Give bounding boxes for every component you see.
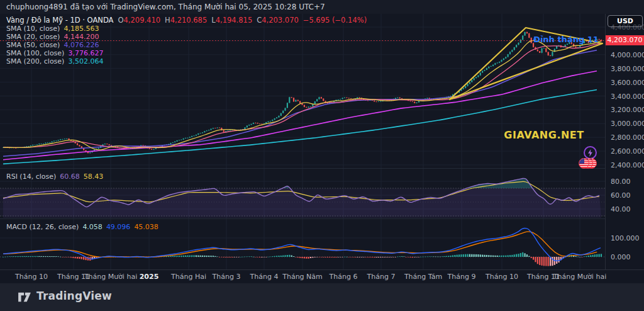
symbol-row[interactable]: Vàng / Đô la Mỹ - 1D · OANDAO4,209.410H4… (6, 16, 367, 25)
ohlc-value: 4,209.410 (124, 16, 161, 25)
ohlc-label: O (118, 16, 123, 25)
time-axis-label: Tháng 6 (330, 270, 358, 283)
sma-value: 3,776.627 (68, 49, 103, 57)
attribution-text: chuphuong4891 đã tạo với TradingView.com… (6, 3, 325, 11)
price-axis-label: 3,400.000 (611, 93, 644, 101)
sma-value: 3,502.064 (68, 57, 103, 65)
rsi-axis-label: 60.00 (611, 191, 631, 200)
rsi-legend[interactable]: RSI (14, close)60.6858.43 (6, 172, 107, 181)
price-axis-label: 4,000.000 (611, 51, 644, 59)
ohlc-value: 4,194.815 (216, 16, 253, 25)
macd-legend-title[interactable]: MACD (12, 26, close) (6, 223, 79, 231)
tradingview-chart-window: chuphuong4891 đã tạo với TradingView.com… (0, 0, 644, 311)
price-axis-label: 3,200.000 (611, 106, 644, 114)
flag-icon (579, 158, 589, 169)
rsi-axis-label: 80.00 (611, 178, 631, 186)
indicator-value: 60.68 (60, 172, 80, 181)
ohlc-value: 4,210.685 (170, 16, 208, 25)
time-axis-label: Tháng 10 (15, 270, 48, 283)
time-axis-label: Tháng Mười hai (84, 270, 137, 283)
time-axis[interactable]: Tháng 10Tháng 11Tháng Mười hai2025Tháng … (0, 269, 644, 283)
price-axis-label: 2,600.000 (611, 147, 644, 156)
macd-axis-label: 0.000 (611, 253, 631, 261)
macd-legend[interactable]: MACD (12, 26, close)4.05849.09645.038 (6, 223, 162, 231)
attribution-bar: chuphuong4891 đã tạo với TradingView.com… (0, 0, 644, 14)
sma-value: 4,144.200 (64, 33, 99, 41)
time-axis-label: Tháng Mười hai (553, 270, 606, 283)
sma-label: SMA (100, close) (6, 49, 64, 57)
time-axis-label: Tháng Hai (171, 270, 206, 283)
ohlc-values: O4,209.410H4,210.685L4,194.815C4,203.070 (113, 16, 298, 25)
sma-legend-row[interactable]: SMA (50, close)4,076.226 (6, 41, 367, 49)
rsi-legend-title[interactable]: RSI (14, close) (6, 172, 56, 181)
sma-value: 4,185.563 (64, 25, 99, 33)
price-axis-label: 3,600.000 (611, 79, 644, 87)
sma-label: SMA (10, close) (6, 25, 60, 33)
time-axis-label: Tháng Tám (404, 270, 442, 283)
sma-label: SMA (50, close) (6, 41, 60, 49)
time-axis-label: Tháng 10 (486, 270, 518, 283)
watermark: GIAVANG.NET (500, 129, 588, 141)
sma-value: 4,076.226 (64, 41, 99, 49)
change-value: −5.695 (−0.14%) (303, 16, 367, 25)
last-price-tag: 4,203.070 (606, 35, 644, 45)
macd-legend-values: 4.05849.09645.038 (82, 223, 162, 231)
indicator-value: 58.43 (84, 172, 104, 181)
sma-legend-row[interactable]: SMA (100, close)3,776.627 (6, 49, 367, 57)
symbol-title[interactable]: Vàng / Đô la Mỹ - 1D · OANDA (6, 16, 113, 25)
time-axis-label: Tháng 4 (250, 270, 279, 283)
time-axis-label: 2025 (140, 270, 159, 283)
ohlc-label: H (165, 16, 170, 25)
sma-legend-row[interactable]: SMA (10, close)4,185.563 (6, 25, 367, 33)
time-axis-label: Tháng 9 (448, 270, 476, 283)
rsi-axis-label: 40.00 (611, 205, 631, 213)
time-axis-label: Tháng 7 (367, 270, 396, 283)
footer-bar: TradingView (0, 283, 644, 311)
tradingview-logo-icon[interactable] (18, 291, 31, 303)
price-axis-label: 4,400.000 (611, 23, 644, 31)
sma-legend-row[interactable]: SMA (200, close)3,502.064 (6, 57, 367, 65)
footer-brand[interactable]: TradingView (36, 290, 112, 302)
sma-legend-rows[interactable]: SMA (10, close)4,185.563SMA (20, close)4… (6, 25, 367, 65)
price-axis-label: 3,800.000 (611, 65, 644, 73)
sma-label: SMA (200, close) (6, 57, 64, 65)
time-axis-label: Tháng Năm (282, 270, 323, 283)
sma-label: SMA (20, close) (6, 33, 60, 41)
rsi-legend-values: 60.6858.43 (60, 172, 107, 181)
price-axis-label: 2,400.000 (611, 161, 644, 169)
price-axis-label: 2,800.000 (611, 133, 644, 142)
main-legend[interactable]: Vàng / Đô la Mỹ - 1D · OANDAO4,209.410H4… (6, 16, 367, 65)
pane-divider-rsi[interactable] (0, 168, 644, 169)
sma-legend-row[interactable]: SMA (20, close)4,144.200 (6, 33, 367, 41)
lightning-badge[interactable] (584, 146, 597, 159)
lightning-icon (587, 149, 593, 157)
indicator-value: 4.058 (82, 223, 103, 231)
pattern-annotation-label[interactable]: Đỉnh tháng 11 (533, 35, 599, 44)
pane-divider-macd[interactable] (0, 218, 644, 219)
price-axis[interactable]: USD 4,400.0004,000.0003,800.0003,600.000… (605, 14, 644, 269)
flags-badge[interactable] (579, 158, 600, 169)
time-axis-label: Tháng 3 (213, 270, 241, 283)
macd-axis-label: 100.000 (611, 234, 640, 242)
ohlc-value: 4,203.070 (262, 16, 299, 25)
price-axis-label: 3,000.000 (611, 120, 644, 128)
indicator-value: 45.038 (134, 223, 158, 231)
indicator-value: 49.096 (106, 223, 131, 231)
